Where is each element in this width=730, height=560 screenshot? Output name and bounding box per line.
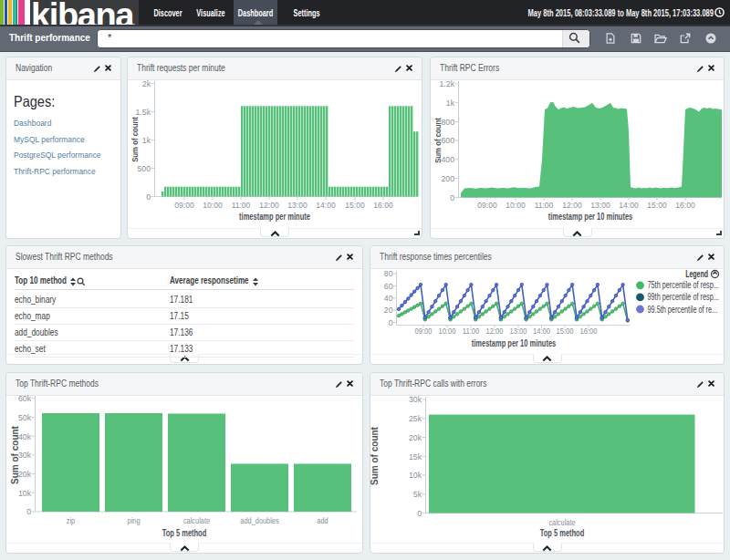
svg-text:1k: 1k <box>446 99 455 108</box>
svg-text:15:00: 15:00 <box>647 201 666 211</box>
svg-text:99th percentile of resp...: 99th percentile of resp... <box>648 292 719 302</box>
svg-text:20k: 20k <box>18 469 31 478</box>
svg-text:75th percentile of resp...: 75th percentile of resp... <box>648 280 719 290</box>
svg-text:10:00: 10:00 <box>506 201 525 211</box>
svg-text:11:00: 11:00 <box>232 201 251 211</box>
svg-text:0: 0 <box>417 508 422 517</box>
svg-text:14:00: 14:00 <box>619 201 638 211</box>
svg-text:5k: 5k <box>413 490 422 499</box>
svg-text:zip: zip <box>67 515 76 525</box>
svg-text:Sum of count: Sum of count <box>433 118 443 163</box>
svg-text:200: 200 <box>441 173 454 182</box>
svg-text:Legend: Legend <box>685 269 708 280</box>
svg-text:15:00: 15:00 <box>345 201 364 211</box>
svg-text:20k: 20k <box>409 432 422 441</box>
svg-text:14:00: 14:00 <box>316 201 335 211</box>
svg-text:15:00: 15:00 <box>556 326 573 336</box>
svg-text:16:00: 16:00 <box>579 326 597 336</box>
svg-text:14:00: 14:00 <box>533 326 550 336</box>
svg-text:99.5th percentile of re...: 99.5th percentile of re... <box>648 304 718 314</box>
svg-text:600: 600 <box>441 136 454 145</box>
svg-text:25k: 25k <box>409 414 422 423</box>
svg-text:add_doubles: add_doubles <box>240 515 278 525</box>
svg-text:16:00: 16:00 <box>373 201 392 211</box>
svg-text:10k: 10k <box>409 471 422 480</box>
svg-text:0: 0 <box>389 317 393 327</box>
svg-text:1.2k: 1.2k <box>440 79 455 88</box>
svg-text:80: 80 <box>384 269 393 278</box>
svg-text:40k: 40k <box>18 431 31 441</box>
svg-text:calculate: calculate <box>183 515 210 525</box>
svg-text:12:00: 12:00 <box>562 201 581 211</box>
svg-text:11:00: 11:00 <box>535 201 554 211</box>
svg-text:30k: 30k <box>409 395 422 404</box>
svg-text:10k: 10k <box>18 488 31 497</box>
svg-text:Top 5 method: Top 5 method <box>540 527 585 537</box>
svg-text:12:00: 12:00 <box>485 326 503 336</box>
svg-text:20: 20 <box>384 306 393 315</box>
svg-text:0: 0 <box>146 192 151 201</box>
svg-text:ping: ping <box>128 515 141 525</box>
svg-text:12:00: 12:00 <box>259 201 278 211</box>
svg-text:60: 60 <box>384 281 393 290</box>
svg-text:0: 0 <box>450 192 454 202</box>
svg-text:15k: 15k <box>409 451 422 461</box>
svg-text:500: 500 <box>137 163 151 172</box>
svg-text:Sum of count: Sum of count <box>370 426 380 485</box>
svg-text:add: add <box>317 515 328 525</box>
svg-text:10:00: 10:00 <box>203 201 222 211</box>
svg-text:Sum of count: Sum of count <box>130 117 140 162</box>
svg-text:1k: 1k <box>142 135 151 144</box>
svg-text:2k: 2k <box>142 78 151 88</box>
svg-text:10:00: 10:00 <box>438 326 455 336</box>
svg-text:13:00: 13:00 <box>590 201 610 211</box>
svg-text:13:00: 13:00 <box>287 201 307 211</box>
svg-text:60k: 60k <box>18 394 31 403</box>
svg-text:timestamp per 10 minutes: timestamp per 10 minutes <box>472 337 556 347</box>
svg-text:13:00: 13:00 <box>509 326 527 336</box>
svg-text:1.5k: 1.5k <box>136 107 151 116</box>
svg-text:calculate: calculate <box>548 517 575 527</box>
svg-text:50k: 50k <box>18 412 31 421</box>
svg-text:11:00: 11:00 <box>463 326 480 336</box>
svg-text:09:00: 09:00 <box>414 326 432 336</box>
svg-text:09:00: 09:00 <box>477 201 496 211</box>
svg-text:09:00: 09:00 <box>174 201 193 211</box>
svg-text:400: 400 <box>441 155 454 164</box>
svg-text:40: 40 <box>384 294 393 303</box>
svg-text:800: 800 <box>441 117 454 126</box>
svg-text:30k: 30k <box>18 451 31 460</box>
svg-text:0: 0 <box>26 507 31 516</box>
svg-text:timestamp per 10 minutes: timestamp per 10 minutes <box>548 211 632 221</box>
svg-text:timestamp per minute: timestamp per minute <box>239 211 310 221</box>
svg-text:Sum of count: Sum of count <box>10 425 20 484</box>
svg-text:Top 5 method: Top 5 method <box>162 527 207 537</box>
svg-text:16:00: 16:00 <box>675 201 694 211</box>
